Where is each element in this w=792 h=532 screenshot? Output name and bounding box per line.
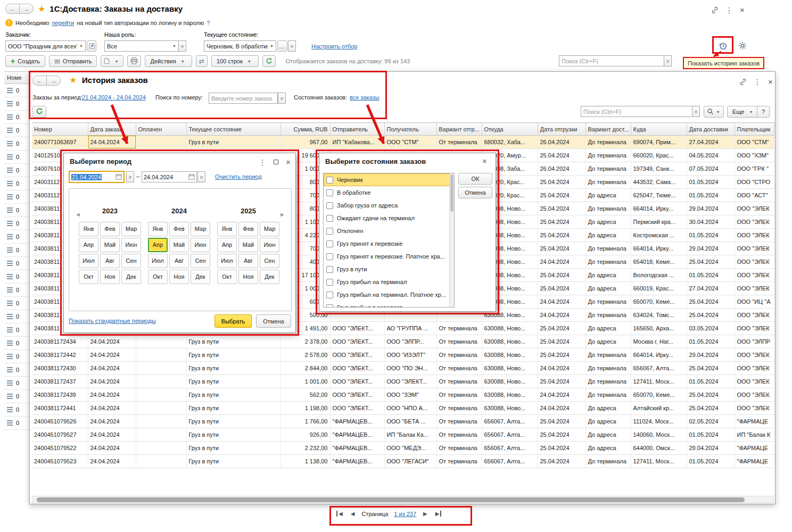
table-cell[interactable]: 25.04.2024 bbox=[687, 255, 735, 269]
table-cell[interactable]: 2400381172439 bbox=[32, 388, 88, 402]
table-cell[interactable]: ООО "ХЗМ" bbox=[735, 149, 774, 162]
column-header[interactable]: Номер bbox=[32, 123, 88, 136]
month-button[interactable]: Окт bbox=[79, 270, 98, 284]
page-indicator-link[interactable]: 1 из 237 bbox=[394, 511, 416, 517]
table-cell[interactable]: 926,00 bbox=[280, 428, 330, 442]
table-cell[interactable]: ООО "ГРК " bbox=[735, 162, 774, 176]
table-cell[interactable]: 01.05.2024 bbox=[687, 455, 735, 468]
table-cell[interactable]: 25.04.2024 bbox=[687, 402, 735, 415]
table-cell[interactable]: 25.04.2024 bbox=[538, 215, 585, 229]
table-row[interactable]: 240045107952624.04.2024Груз в пути1 766,… bbox=[32, 415, 774, 428]
table-cell[interactable]: "ФАРМАЦЕВ... bbox=[330, 442, 384, 455]
column-header[interactable]: Плательщик bbox=[735, 123, 774, 136]
table-cell[interactable]: ООО "ЭЛЕКТ... bbox=[330, 402, 384, 415]
search-clear-button[interactable]: × bbox=[664, 55, 672, 66]
table-cell[interactable]: 01.05.2024 bbox=[687, 335, 735, 348]
table-cell[interactable]: ООО "ЗЭМ" bbox=[384, 388, 436, 402]
table-cell[interactable]: ООО "БЕТА ... bbox=[384, 415, 436, 428]
state-choose-button[interactable]: ... bbox=[277, 40, 287, 52]
table-row[interactable]: 240077106369724.04.2024Груз в пути967,00… bbox=[32, 136, 774, 149]
next-page-button[interactable]: ▶ bbox=[422, 510, 428, 518]
table-cell[interactable]: Груз в пути bbox=[186, 136, 280, 149]
get-link-icon[interactable] bbox=[711, 6, 719, 14]
state-option[interactable]: Черновик bbox=[324, 173, 454, 186]
table-cell[interactable]: 25.04.2024 bbox=[538, 269, 585, 282]
table-cell[interactable]: 25.04.2024 bbox=[538, 428, 585, 442]
table-cell[interactable]: ООО "ПО ЭН... bbox=[384, 362, 436, 375]
order-number-input[interactable] bbox=[209, 93, 278, 104]
table-cell[interactable]: ООО "ИЗЭЛТ" bbox=[384, 348, 436, 362]
checkbox[interactable] bbox=[326, 215, 333, 222]
search-input[interactable] bbox=[559, 55, 664, 66]
close-icon[interactable]: × bbox=[740, 5, 745, 14]
table-cell[interactable]: 967,00 bbox=[280, 136, 330, 149]
table-cell[interactable]: До терминала bbox=[585, 455, 631, 468]
state-option[interactable]: Груз в пути bbox=[324, 263, 454, 276]
table-cell[interactable]: 24.04.2024 bbox=[88, 388, 136, 402]
checkbox[interactable] bbox=[326, 304, 333, 308]
table-cell[interactable]: От терминала bbox=[436, 388, 482, 402]
table-cell[interactable]: 2400381172430 bbox=[32, 362, 88, 375]
table-cell[interactable]: 25.04.2024 bbox=[538, 348, 585, 362]
table-cell[interactable]: 630088, Ново... bbox=[482, 402, 538, 415]
state-option[interactable]: В обработке bbox=[324, 186, 454, 199]
table-cell[interactable]: 1 198,00 bbox=[280, 402, 330, 415]
favorite-star-icon[interactable]: ★ bbox=[69, 76, 77, 85]
month-button[interactable]: Апр bbox=[217, 238, 237, 252]
more-menu-icon[interactable]: ⋮ bbox=[754, 78, 761, 86]
table-cell[interactable]: 25.04.2024 bbox=[538, 282, 585, 295]
table-cell[interactable]: 656067, Алта... bbox=[482, 442, 538, 455]
table-cell[interactable]: От терминала bbox=[436, 402, 482, 415]
date-to-input[interactable]: 24.04.2024 bbox=[142, 171, 197, 182]
customer-select[interactable]: ООО "Праздник для всех" ▾ bbox=[5, 40, 86, 52]
month-button[interactable]: Мар bbox=[191, 222, 210, 236]
table-cell[interactable]: 2400381172437 bbox=[32, 375, 88, 388]
table-row[interactable]: 240045107952324.04.2024Груз в пути1 138,… bbox=[32, 455, 774, 468]
table-cell[interactable]: До адреса bbox=[585, 229, 631, 242]
table-cell[interactable]: "ФАРМАЦЕ bbox=[735, 415, 774, 428]
checkbox[interactable] bbox=[326, 253, 333, 260]
month-button[interactable]: Авг bbox=[169, 254, 189, 268]
table-row[interactable]: 240038117243924.04.2024Груз в пути562,00… bbox=[32, 388, 774, 402]
table-cell[interactable]: ООО "ЭЛЕК bbox=[735, 362, 774, 375]
table-cell[interactable]: 2 844,00 bbox=[280, 362, 330, 375]
notice-help-link[interactable]: ? bbox=[207, 20, 210, 26]
table-cell[interactable]: ООО "СТМ" bbox=[384, 136, 436, 149]
table-cell[interactable]: 660020, Крас... bbox=[631, 149, 687, 162]
cancel-button[interactable]: Отмена bbox=[256, 314, 291, 328]
table-cell[interactable]: "ФАРМАЦЕВ... bbox=[330, 428, 384, 442]
table-cell[interactable]: 01.05.2024 bbox=[687, 189, 735, 202]
table-cell[interactable]: 25.04.2024 bbox=[538, 176, 585, 189]
table-cell[interactable]: ООО "ЭЛЕК bbox=[735, 309, 774, 322]
month-button[interactable]: Май bbox=[169, 238, 189, 252]
table-cell[interactable]: 664014, Ирку... bbox=[631, 348, 687, 362]
month-button[interactable]: Мар bbox=[121, 222, 141, 236]
table-cell[interactable]: 630088, Ново... bbox=[482, 375, 538, 388]
table-cell[interactable]: Костромская ... bbox=[631, 229, 687, 242]
table-cell[interactable]: 25.04.2024 bbox=[687, 309, 735, 322]
table-cell[interactable]: От терминала bbox=[436, 136, 482, 149]
checkbox[interactable] bbox=[326, 266, 333, 273]
month-button[interactable]: Май bbox=[100, 238, 120, 252]
table-cell[interactable]: 25.04.2024 bbox=[538, 149, 585, 162]
table-cell[interactable]: 2400451079527 bbox=[32, 428, 88, 442]
clear-period-link[interactable]: Очистить период bbox=[215, 173, 262, 180]
table-cell[interactable]: От терминала bbox=[436, 375, 482, 388]
table-cell[interactable]: 650070, Кеме... bbox=[631, 295, 687, 309]
calendar-icon[interactable] bbox=[188, 173, 195, 181]
table-cell[interactable]: 29.04.2024 bbox=[687, 242, 735, 255]
table-cell[interactable]: 24.04.2024 bbox=[88, 455, 136, 468]
close-icon[interactable]: × bbox=[482, 156, 487, 165]
checkbox[interactable] bbox=[326, 279, 333, 286]
table-cell[interactable]: До адреса bbox=[585, 402, 631, 415]
checkbox[interactable] bbox=[326, 177, 333, 184]
month-button[interactable]: Сен bbox=[260, 254, 279, 268]
get-link-icon[interactable] bbox=[739, 78, 747, 86]
table-cell[interactable]: 644000, Омск... bbox=[631, 442, 687, 455]
customer-open-button[interactable] bbox=[87, 40, 96, 52]
month-button[interactable]: Июл bbox=[148, 254, 168, 268]
table-cell[interactable] bbox=[136, 388, 186, 402]
table-cell[interactable]: 127411, Моск... bbox=[631, 375, 687, 388]
table-cell[interactable]: 25.04.2024 bbox=[538, 442, 585, 455]
favorite-star-icon[interactable]: ★ bbox=[38, 5, 45, 13]
